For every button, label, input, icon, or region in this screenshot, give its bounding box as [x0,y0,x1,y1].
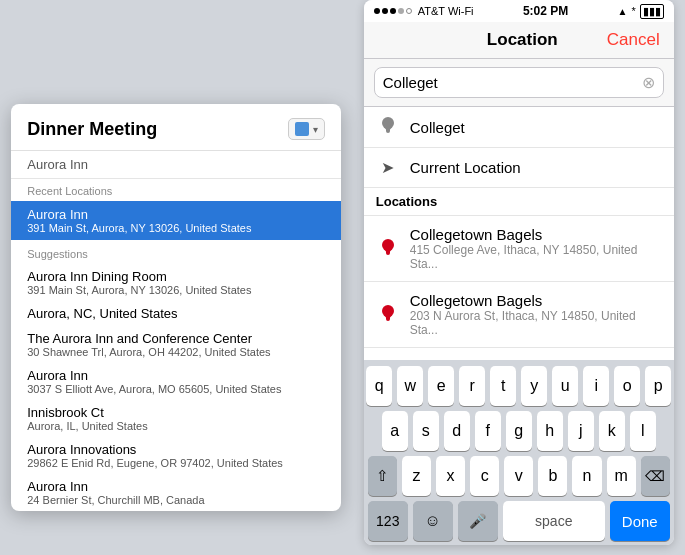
suggestion-item-2[interactable]: The Aurora Inn and Conference Center 30 … [11,326,341,363]
suggestion-item-4[interactable]: Innisbrook Ct Aurora, IL, United States [11,400,341,437]
keyboard-row-1: q w e r t y u i o p [368,366,670,406]
location-text-1: Collegetown Bagels 203 N Aurora St, Itha… [410,292,662,337]
key-y[interactable]: y [521,366,547,406]
recent-item-subtitle: 391 Main St, Aurora, NY 13026, United St… [27,222,325,234]
key-k[interactable]: k [599,411,625,451]
dot-3 [390,8,396,14]
key-e[interactable]: e [428,366,454,406]
battery-icon: ▮▮▮ [640,4,664,19]
current-location-title: Current Location [410,159,662,176]
location-subtitle-1: 203 N Aurora St, Ithaca, NY 14850, Unite… [410,309,662,337]
key-x[interactable]: x [436,456,465,496]
key-h[interactable]: h [537,411,563,451]
dot-2 [382,8,388,14]
dot-4 [398,8,404,14]
pin-icon-0 [376,239,400,259]
key-r[interactable]: r [459,366,485,406]
keyboard-row-2: a s d f g h j k l [368,411,670,451]
suggestion-item-6[interactable]: Aurora Inn 24 Bernier St, Churchill MB, … [11,474,341,511]
cancel-button[interactable]: Cancel [607,30,660,50]
key-m[interactable]: m [607,456,636,496]
current-location-item[interactable]: ➤ Current Location [364,148,674,188]
key-f[interactable]: f [475,411,501,451]
space-key[interactable]: space [503,501,605,541]
location-title-1: Collegetown Bagels [410,292,662,309]
suggestion-item-1[interactable]: Aurora, NC, United States [11,301,341,326]
location-field[interactable]: Aurora Inn [11,151,341,179]
suggestions-label: Suggestions [11,240,341,264]
key-w[interactable]: w [397,366,423,406]
search-suggestion-text: Colleget [410,119,662,136]
nav-bar: Location Cancel [364,22,674,59]
key-z[interactable]: z [402,456,431,496]
key-t[interactable]: t [490,366,516,406]
key-p[interactable]: p [645,366,671,406]
keyboard: q w e r t y u i o p a s d f g h j k l ⇧ … [364,360,674,545]
location-text-0: Collegetown Bagels 415 College Ave, Itha… [410,226,662,271]
popup-title: Dinner Meeting [27,119,157,140]
location-item-0[interactable]: Collegetown Bagels 415 College Ave, Itha… [364,216,674,282]
red-pin-icon-1 [382,305,394,321]
carrier-label: AT&T Wi-Fi [418,5,474,17]
search-bar: ⊗ [364,59,674,107]
search-input-wrapper: ⊗ [374,67,664,98]
key-u[interactable]: u [552,366,578,406]
calendar-icon [295,122,309,136]
suggestion-item-0[interactable]: Aurora Inn Dining Room 391 Main St, Auro… [11,264,341,301]
pin-icon-gray [382,117,394,133]
delete-key[interactable]: ⌫ [641,456,670,496]
search-result-icon [376,117,400,137]
location-title-0: Collegetown Bagels [410,226,662,243]
current-location-text: Current Location [410,159,662,176]
key-b[interactable]: b [538,456,567,496]
key-d[interactable]: d [444,411,470,451]
search-suggestion-title: Colleget [410,119,662,136]
recent-location-item[interactable]: Aurora Inn 391 Main St, Aurora, NY 13026… [11,201,341,240]
red-pin-icon-0 [382,239,394,255]
emoji-key[interactable]: ☺ [413,501,453,541]
key-j[interactable]: j [568,411,594,451]
shift-key[interactable]: ⇧ [368,456,397,496]
current-location-icon: ➤ [376,158,400,177]
nav-title: Location [487,30,558,50]
dot-1 [374,8,380,14]
location-item-1[interactable]: Collegetown Bagels 203 N Aurora St, Itha… [364,282,674,348]
key-i[interactable]: i [583,366,609,406]
bluetooth-icon: * [631,5,635,17]
recent-locations-label: Recent Locations [11,179,341,201]
search-input[interactable] [383,74,638,91]
suggestion-item-5[interactable]: Aurora Innovations 29862 E Enid Rd, Euge… [11,437,341,474]
key-c[interactable]: c [470,456,499,496]
clear-button[interactable]: ⊗ [642,73,655,92]
dot-5 [406,8,412,14]
time-label: 5:02 PM [523,4,568,18]
key-n[interactable]: n [572,456,601,496]
mac-calendar-popup: Dinner Meeting ▾ Aurora Inn Recent Locat… [11,104,341,511]
mic-key[interactable]: 🎤 [458,501,498,541]
chevron-down-icon: ▾ [313,124,318,135]
signal-dots [374,8,412,14]
ios-panel: AT&T Wi-Fi 5:02 PM ▲ * ▮▮▮ Location Canc… [364,0,674,545]
key-o[interactable]: o [614,366,640,406]
key-g[interactable]: g [506,411,532,451]
key-s[interactable]: s [413,411,439,451]
search-suggestion-item[interactable]: Colleget [364,107,674,148]
status-bar: AT&T Wi-Fi 5:02 PM ▲ * ▮▮▮ [364,0,674,22]
num-key[interactable]: 123 [368,501,408,541]
suggestion-item-3[interactable]: Aurora Inn 3037 S Elliott Ave, Aurora, M… [11,363,341,400]
key-q[interactable]: q [366,366,392,406]
calendar-icon-button[interactable]: ▾ [288,118,325,140]
keyboard-row-3: ⇧ z x c v b n m ⌫ [368,456,670,496]
location-item-2[interactable]: Collegetown Bagels 329 Pine Tree Rd, Ith… [364,348,674,360]
location-subtitle-0: 415 College Ave, Ithaca, NY 14850, Unite… [410,243,662,271]
results-list: Colleget ➤ Current Location Locations Co… [364,107,674,360]
signal-icon: ▲ [618,6,628,17]
pin-icon-1 [376,305,400,325]
key-l[interactable]: l [630,411,656,451]
keyboard-bottom-row: 123 ☺ 🎤 space Done [368,501,670,541]
locations-section-header: Locations [364,188,674,216]
done-key[interactable]: Done [610,501,670,541]
key-v[interactable]: v [504,456,533,496]
key-a[interactable]: a [382,411,408,451]
recent-item-title: Aurora Inn [27,207,325,222]
